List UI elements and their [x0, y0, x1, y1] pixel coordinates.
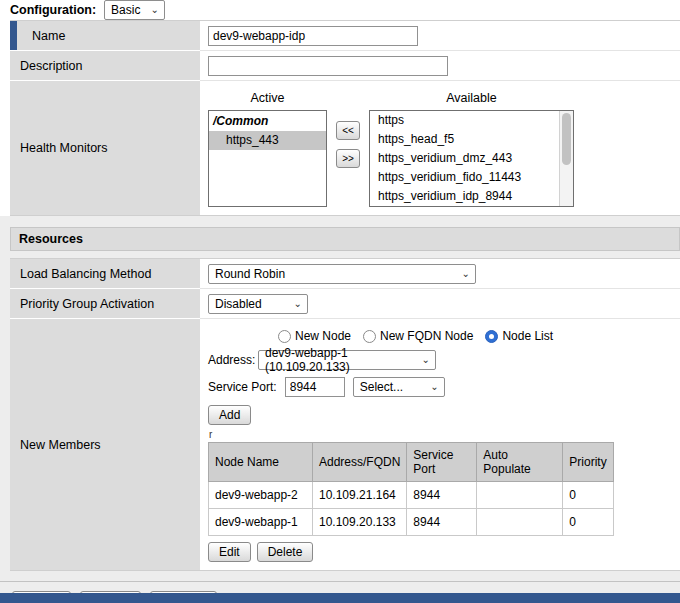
radio-new-node-label: New Node	[295, 329, 351, 343]
description-content-cell	[200, 51, 680, 81]
radio-new-node[interactable]: New Node	[278, 329, 351, 343]
members-table-caption: r	[209, 430, 672, 440]
bottom-accent-bar	[0, 593, 680, 603]
load-balancing-method-select[interactable]: Round Robin ⌄	[208, 264, 476, 284]
radio-selected-icon	[485, 330, 498, 343]
radio-node-list[interactable]: Node List	[485, 329, 553, 343]
edit-delete-button-row: Edit Delete	[208, 542, 672, 562]
configuration-label: Configuration:	[10, 3, 96, 17]
radio-new-fqdn-node-label: New FQDN Node	[380, 329, 473, 343]
priority-group-activation-value: Disabled	[215, 297, 262, 311]
configuration-select-value: Basic	[111, 3, 140, 17]
cell-node-name: dev9-webapp-1	[209, 509, 313, 536]
edit-button[interactable]: Edit	[208, 542, 251, 562]
add-button[interactable]: Add	[208, 405, 251, 425]
column-header-address-fqdn[interactable]: Address/FQDN	[313, 443, 407, 482]
chevron-down-icon: ⌄	[462, 269, 470, 279]
cell-priority: 0	[563, 482, 613, 509]
active-monitor-item[interactable]: https_443	[209, 131, 326, 150]
active-monitors-listbox[interactable]: /Common https_443	[208, 110, 327, 207]
cell-address: 10.109.20.133	[313, 509, 407, 536]
load-balancing-method-row: Load Balancing Method Round Robin ⌄	[10, 259, 680, 289]
required-indicator	[10, 21, 17, 50]
load-balancing-method-content-cell: Round Robin ⌄	[200, 259, 680, 289]
description-input[interactable]	[208, 56, 448, 76]
cell-service-port: 8944	[407, 482, 477, 509]
health-monitors-label: Health Monitors	[20, 141, 108, 155]
chevron-down-icon: ⌄	[430, 382, 438, 392]
name-input[interactable]	[208, 26, 418, 46]
configuration-bar: Configuration: Basic ⌄	[0, 0, 680, 20]
address-field-row: Address: dev9-webapp-1 (10.109.20.133) ⌄	[208, 350, 672, 370]
active-monitors-column: Active /Common https_443	[208, 89, 327, 207]
description-label: Description	[20, 59, 83, 73]
available-monitor-item[interactable]: https_head_f5	[370, 130, 558, 149]
available-monitor-item[interactable]: https_veridium_fido_11443	[370, 168, 558, 187]
service-port-field-row: Service Port: Select... ⌄	[208, 377, 672, 397]
available-monitors-listbox[interactable]: https https_head_f5 https_veridium_dmz_4…	[369, 110, 574, 207]
table-row[interactable]: dev9-webapp-2 10.109.21.164 8944 0	[209, 482, 614, 509]
column-header-node-name[interactable]: Node Name	[209, 443, 313, 482]
chevron-down-icon: ⌄	[422, 355, 430, 365]
radio-new-fqdn-node[interactable]: New FQDN Node	[363, 329, 473, 343]
name-row: Name	[10, 21, 680, 51]
radio-icon	[278, 330, 291, 343]
available-monitor-item[interactable]: https_veridium_dmz_443	[370, 149, 558, 168]
column-header-priority[interactable]: Priority	[563, 443, 613, 482]
delete-button[interactable]: Delete	[257, 542, 314, 562]
new-members-label-cell: New Members	[10, 319, 200, 570]
monitor-move-buttons: << >>	[336, 89, 360, 168]
cell-auto-populate	[477, 482, 563, 509]
available-title: Available	[369, 91, 574, 105]
new-members-label: New Members	[20, 438, 101, 452]
load-balancing-method-label: Load Balancing Method	[20, 267, 151, 281]
chevron-down-icon: ⌄	[150, 5, 158, 15]
cell-address: 10.109.21.164	[313, 482, 407, 509]
cell-service-port: 8944	[407, 509, 477, 536]
cell-node-name: dev9-webapp-2	[209, 482, 313, 509]
configuration-select[interactable]: Basic ⌄	[104, 0, 165, 20]
health-monitors-row: Health Monitors Active /Common https_443…	[10, 81, 680, 215]
members-table-header-row: Node Name Address/FQDN Service Port Auto…	[209, 443, 614, 482]
service-port-input[interactable]	[285, 377, 345, 397]
health-monitors-content-cell: Active /Common https_443 << >> Available	[200, 81, 680, 215]
load-balancing-method-label-cell: Load Balancing Method	[10, 259, 200, 289]
column-header-auto-populate[interactable]: Auto Populate	[477, 443, 563, 482]
priority-group-activation-select[interactable]: Disabled ⌄	[208, 294, 308, 314]
chevron-down-icon: ⌄	[294, 299, 302, 309]
description-row: Description	[10, 51, 680, 81]
address-label: Address:	[208, 353, 250, 367]
cell-priority: 0	[563, 509, 613, 536]
available-monitors-column: Available https https_head_f5 https_veri…	[369, 89, 574, 207]
move-to-available-button[interactable]: >>	[336, 149, 360, 168]
name-content-cell	[200, 21, 680, 51]
address-select[interactable]: dev9-webapp-1 (10.109.20.133) ⌄	[258, 350, 436, 370]
priority-group-activation-content-cell: Disabled ⌄	[200, 289, 680, 319]
scrollbar-thumb[interactable]	[562, 113, 571, 165]
service-port-select-value: Select...	[360, 380, 403, 394]
priority-group-activation-row: Priority Group Activation Disabled ⌄	[10, 289, 680, 319]
scrollbar[interactable]	[559, 111, 573, 206]
available-monitor-item[interactable]: https	[370, 111, 558, 130]
available-monitor-item[interactable]: https_veridium_idp_8944	[370, 187, 558, 206]
table-row[interactable]: dev9-webapp-1 10.109.20.133 8944 0	[209, 509, 614, 536]
load-balancing-method-value: Round Robin	[215, 267, 285, 281]
health-monitors-picker: Active /Common https_443 << >> Available	[208, 89, 672, 207]
address-select-value: dev9-webapp-1 (10.109.20.133)	[265, 346, 412, 374]
resources-section: Resources Load Balancing Method Round Ro…	[0, 216, 680, 603]
members-table: Node Name Address/FQDN Service Port Auto…	[208, 442, 614, 536]
active-title: Active	[208, 91, 327, 105]
new-members-row: New Members New Node New FQDN Node	[10, 319, 680, 570]
health-monitors-label-cell: Health Monitors	[10, 81, 200, 215]
service-port-label: Service Port:	[208, 380, 277, 394]
partition-group-label: /Common	[209, 111, 326, 131]
member-type-radio-group: New Node New FQDN Node Node List	[278, 329, 672, 343]
name-label-cell: Name	[10, 21, 200, 51]
general-properties-table: Name Description Health Monitors Active	[10, 20, 680, 216]
add-button-row: Add	[208, 405, 672, 425]
column-header-service-port[interactable]: Service Port	[407, 443, 477, 482]
service-port-select[interactable]: Select... ⌄	[353, 377, 445, 397]
move-to-active-button[interactable]: <<	[336, 121, 360, 140]
radio-icon	[363, 330, 376, 343]
priority-group-activation-label-cell: Priority Group Activation	[10, 289, 200, 319]
